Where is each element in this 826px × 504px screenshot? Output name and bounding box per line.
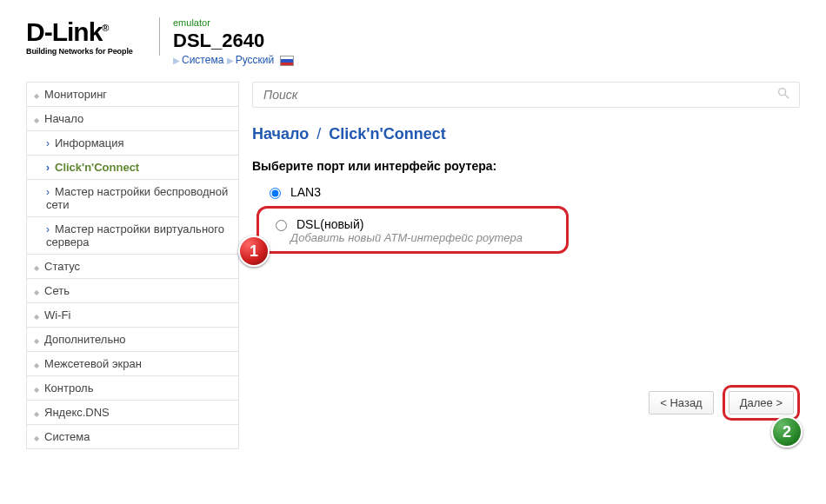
sidebar-item[interactable]: ›Мастер настройки виртуального сервера: [26, 216, 239, 254]
sidebar-item[interactable]: ›Информация: [26, 130, 239, 155]
breadcrumb: Начало / Click'n'Connect: [252, 125, 800, 143]
sidebar-item[interactable]: ›Мастер настройки беспроводной сети: [26, 179, 239, 216]
radio-lan3[interactable]: [270, 188, 281, 199]
port-option-dsl-highlight: DSL(новый) Добавить новый ATM-интерфейс …: [256, 206, 569, 254]
back-button[interactable]: < Назад: [649, 391, 713, 414]
search-input[interactable]: [262, 87, 776, 103]
prompt-text: Выберите порт или интерфейс роутера:: [252, 159, 800, 173]
next-button-highlight: Далее > 2: [723, 385, 800, 421]
sidebar-item[interactable]: ◆Межсетевой экран: [26, 351, 239, 375]
sidebar-item[interactable]: ◆Система: [26, 424, 239, 449]
logo-tagline: Building Networks for People: [26, 47, 152, 56]
port-option-dsl[interactable]: DSL(новый): [271, 217, 554, 231]
sidebar-item[interactable]: ◆Wi-Fi: [26, 302, 239, 327]
radio-dsl[interactable]: [276, 220, 287, 231]
content-area: Начало / Click'n'Connect Выберите порт и…: [252, 82, 800, 455]
sidebar: ◆Мониторинг◆Начало›Информация›Click'n'Co…: [26, 82, 239, 455]
sidebar-item[interactable]: ◆Яндекс.DNS: [26, 400, 239, 424]
title-block: emulator DSL_2640 ▶Система ▶Русский: [173, 17, 294, 66]
next-button[interactable]: Далее >: [729, 391, 794, 414]
sidebar-item[interactable]: ›Click'n'Connect: [26, 155, 239, 179]
button-row: < Назад Далее > 2: [649, 385, 800, 421]
callout-marker-1: 1: [238, 235, 270, 267]
logo-block: D‑Link® Building Networks for People: [26, 17, 160, 56]
option1-label: LAN3: [290, 185, 321, 199]
port-option-lan3[interactable]: LAN3: [265, 185, 800, 199]
option2-label: DSL(новый): [296, 217, 363, 231]
sidebar-item[interactable]: ◆Сеть: [26, 278, 239, 302]
flag-icon[interactable]: [280, 56, 294, 66]
breadcrumb-root[interactable]: Начало: [252, 125, 309, 143]
callout-marker-2: 2: [771, 416, 803, 448]
header: D‑Link® Building Networks for People emu…: [26, 17, 800, 66]
device-title: DSL_2640: [173, 30, 294, 52]
header-links: ▶Система ▶Русский: [173, 54, 294, 66]
search-icon[interactable]: [776, 86, 790, 103]
svg-line-1: [785, 95, 789, 98]
language-link[interactable]: Русский: [236, 54, 275, 66]
search-box[interactable]: [252, 82, 800, 108]
svg-point-0: [779, 89, 786, 96]
sidebar-item[interactable]: ◆Мониторинг: [26, 82, 239, 106]
breadcrumb-page: Click'n'Connect: [329, 125, 446, 143]
logo: D‑Link®: [26, 17, 152, 47]
sidebar-item[interactable]: ◆Дополнительно: [26, 327, 239, 351]
sidebar-item[interactable]: ◆Статус: [26, 254, 239, 278]
option2-hint: Добавить новый ATM-интерфейс роутера: [290, 231, 554, 244]
sidebar-item[interactable]: ◆Начало: [26, 106, 239, 130]
system-link[interactable]: Система: [182, 54, 223, 66]
sidebar-item[interactable]: ◆Контроль: [26, 375, 239, 400]
emulator-label: emulator: [173, 17, 294, 28]
